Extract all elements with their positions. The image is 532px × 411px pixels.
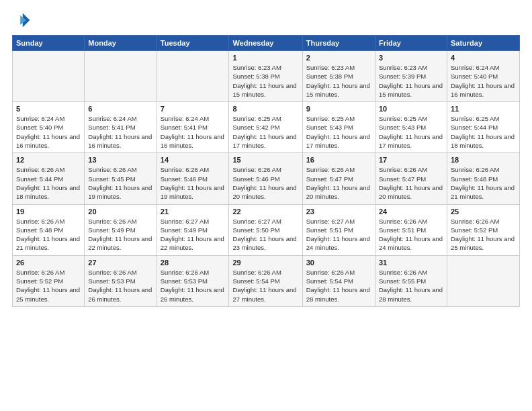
calendar-cell: 8Sunrise: 6:25 AMSunset: 5:42 PMDaylight…: [229, 102, 302, 153]
day-info: Sunrise: 6:26 AMSunset: 5:47 PMDaylight:…: [306, 165, 371, 201]
day-number: 31: [379, 259, 443, 267]
calendar-cell: 16Sunrise: 6:26 AMSunset: 5:47 PMDayligh…: [302, 153, 375, 204]
calendar-cell: 26Sunrise: 6:26 AMSunset: 5:52 PMDayligh…: [13, 255, 85, 306]
day-number: 4: [451, 54, 516, 62]
weekday-header-tuesday: Tuesday: [157, 36, 229, 51]
day-info: Sunrise: 6:25 AMSunset: 5:44 PMDaylight:…: [451, 114, 516, 150]
day-number: 17: [379, 156, 443, 164]
day-info: Sunrise: 6:26 AMSunset: 5:51 PMDaylight:…: [379, 217, 443, 253]
day-info: Sunrise: 6:26 AMSunset: 5:54 PMDaylight:…: [306, 268, 371, 304]
day-number: 14: [161, 156, 226, 164]
day-number: 18: [451, 156, 516, 164]
day-info: Sunrise: 6:26 AMSunset: 5:46 PMDaylight:…: [232, 165, 298, 201]
day-info: Sunrise: 6:23 AMSunset: 5:39 PMDaylight:…: [379, 63, 443, 99]
day-number: 6: [88, 105, 152, 113]
day-info: Sunrise: 6:26 AMSunset: 5:49 PMDaylight:…: [88, 217, 152, 253]
calendar-cell: 21Sunrise: 6:27 AMSunset: 5:49 PMDayligh…: [157, 204, 229, 255]
logo-icon: [12, 11, 31, 30]
day-number: 24: [379, 208, 443, 216]
weekday-header-monday: Monday: [85, 36, 157, 51]
calendar-cell: 18Sunrise: 6:26 AMSunset: 5:48 PMDayligh…: [447, 153, 519, 204]
day-number: 22: [232, 208, 298, 216]
calendar-cell: 31Sunrise: 6:26 AMSunset: 5:55 PMDayligh…: [375, 255, 447, 306]
day-number: 30: [306, 259, 371, 267]
day-number: 28: [161, 259, 226, 267]
day-info: Sunrise: 6:24 AMSunset: 5:40 PMDaylight:…: [16, 114, 81, 150]
day-number: 10: [379, 105, 443, 113]
calendar-cell: 28Sunrise: 6:26 AMSunset: 5:53 PMDayligh…: [157, 255, 229, 306]
page: SundayMondayTuesdayWednesdayThursdayFrid…: [0, 0, 532, 411]
calendar-cell: 12Sunrise: 6:26 AMSunset: 5:44 PMDayligh…: [13, 153, 85, 204]
header: [12, 11, 520, 30]
calendar-cell: 14Sunrise: 6:26 AMSunset: 5:46 PMDayligh…: [157, 153, 229, 204]
day-info: Sunrise: 6:24 AMSunset: 5:41 PMDaylight:…: [161, 114, 226, 150]
day-number: 11: [451, 105, 516, 113]
day-number: 21: [161, 208, 226, 216]
day-number: 27: [88, 259, 152, 267]
week-row-5: 26Sunrise: 6:26 AMSunset: 5:52 PMDayligh…: [13, 255, 520, 306]
day-info: Sunrise: 6:26 AMSunset: 5:48 PMDaylight:…: [451, 165, 516, 201]
day-number: 7: [161, 105, 226, 113]
calendar-table: SundayMondayTuesdayWednesdayThursdayFrid…: [12, 35, 520, 307]
logo: [12, 11, 34, 30]
calendar-cell: 25Sunrise: 6:26 AMSunset: 5:52 PMDayligh…: [447, 204, 519, 255]
calendar-cell: 19Sunrise: 6:26 AMSunset: 5:48 PMDayligh…: [13, 204, 85, 255]
calendar-cell: 27Sunrise: 6:26 AMSunset: 5:53 PMDayligh…: [85, 255, 157, 306]
calendar-cell: 3Sunrise: 6:23 AMSunset: 5:39 PMDaylight…: [375, 51, 447, 102]
day-info: Sunrise: 6:26 AMSunset: 5:54 PMDaylight:…: [232, 268, 298, 304]
week-row-2: 5Sunrise: 6:24 AMSunset: 5:40 PMDaylight…: [13, 102, 520, 153]
day-info: Sunrise: 6:26 AMSunset: 5:53 PMDaylight:…: [161, 268, 226, 304]
day-info: Sunrise: 6:24 AMSunset: 5:40 PMDaylight:…: [451, 63, 516, 99]
calendar-cell: 17Sunrise: 6:26 AMSunset: 5:47 PMDayligh…: [375, 153, 447, 204]
day-info: Sunrise: 6:25 AMSunset: 5:43 PMDaylight:…: [306, 114, 371, 150]
day-info: Sunrise: 6:25 AMSunset: 5:43 PMDaylight:…: [379, 114, 443, 150]
weekday-header-thursday: Thursday: [302, 36, 375, 51]
week-row-1: 1Sunrise: 6:23 AMSunset: 5:38 PMDaylight…: [13, 51, 520, 102]
day-info: Sunrise: 6:25 AMSunset: 5:42 PMDaylight:…: [232, 114, 298, 150]
day-number: 9: [306, 105, 371, 113]
day-number: 5: [16, 105, 81, 113]
day-number: 3: [379, 54, 443, 62]
day-number: 12: [16, 156, 81, 164]
calendar-cell: 5Sunrise: 6:24 AMSunset: 5:40 PMDaylight…: [13, 102, 85, 153]
day-number: 23: [306, 208, 371, 216]
calendar-cell: 11Sunrise: 6:25 AMSunset: 5:44 PMDayligh…: [447, 102, 519, 153]
day-number: 29: [232, 259, 298, 267]
day-info: Sunrise: 6:24 AMSunset: 5:41 PMDaylight:…: [88, 114, 152, 150]
calendar-cell: 4Sunrise: 6:24 AMSunset: 5:40 PMDaylight…: [447, 51, 519, 102]
day-info: Sunrise: 6:26 AMSunset: 5:44 PMDaylight:…: [16, 165, 81, 201]
calendar-cell: 24Sunrise: 6:26 AMSunset: 5:51 PMDayligh…: [375, 204, 447, 255]
calendar-cell: 2Sunrise: 6:23 AMSunset: 5:38 PMDaylight…: [302, 51, 375, 102]
weekday-header-row: SundayMondayTuesdayWednesdayThursdayFrid…: [13, 36, 520, 51]
calendar-cell: 29Sunrise: 6:26 AMSunset: 5:54 PMDayligh…: [229, 255, 302, 306]
day-number: 8: [232, 105, 298, 113]
day-info: Sunrise: 6:23 AMSunset: 5:38 PMDaylight:…: [306, 63, 371, 99]
day-info: Sunrise: 6:23 AMSunset: 5:38 PMDaylight:…: [232, 63, 298, 99]
day-number: 16: [306, 156, 371, 164]
calendar-cell: [447, 255, 519, 306]
day-info: Sunrise: 6:26 AMSunset: 5:53 PMDaylight:…: [88, 268, 152, 304]
day-info: Sunrise: 6:26 AMSunset: 5:55 PMDaylight:…: [379, 268, 443, 304]
day-number: 26: [16, 259, 81, 267]
weekday-header-friday: Friday: [375, 36, 447, 51]
day-info: Sunrise: 6:27 AMSunset: 5:50 PMDaylight:…: [232, 217, 298, 253]
day-info: Sunrise: 6:27 AMSunset: 5:49 PMDaylight:…: [161, 217, 226, 253]
day-number: 2: [306, 54, 371, 62]
day-info: Sunrise: 6:26 AMSunset: 5:46 PMDaylight:…: [161, 165, 226, 201]
day-number: 13: [88, 156, 152, 164]
day-info: Sunrise: 6:26 AMSunset: 5:47 PMDaylight:…: [379, 165, 443, 201]
day-number: 19: [16, 208, 81, 216]
calendar-cell: [157, 51, 229, 102]
weekday-header-sunday: Sunday: [13, 36, 85, 51]
day-info: Sunrise: 6:26 AMSunset: 5:52 PMDaylight:…: [16, 268, 81, 304]
day-info: Sunrise: 6:26 AMSunset: 5:52 PMDaylight:…: [451, 217, 516, 253]
calendar-cell: 6Sunrise: 6:24 AMSunset: 5:41 PMDaylight…: [85, 102, 157, 153]
day-number: 1: [232, 54, 298, 62]
weekday-header-saturday: Saturday: [447, 36, 519, 51]
calendar-cell: 15Sunrise: 6:26 AMSunset: 5:46 PMDayligh…: [229, 153, 302, 204]
calendar-cell: 22Sunrise: 6:27 AMSunset: 5:50 PMDayligh…: [229, 204, 302, 255]
calendar-cell: 7Sunrise: 6:24 AMSunset: 5:41 PMDaylight…: [157, 102, 229, 153]
day-number: 20: [88, 208, 152, 216]
week-row-3: 12Sunrise: 6:26 AMSunset: 5:44 PMDayligh…: [13, 153, 520, 204]
day-info: Sunrise: 6:27 AMSunset: 5:51 PMDaylight:…: [306, 217, 371, 253]
